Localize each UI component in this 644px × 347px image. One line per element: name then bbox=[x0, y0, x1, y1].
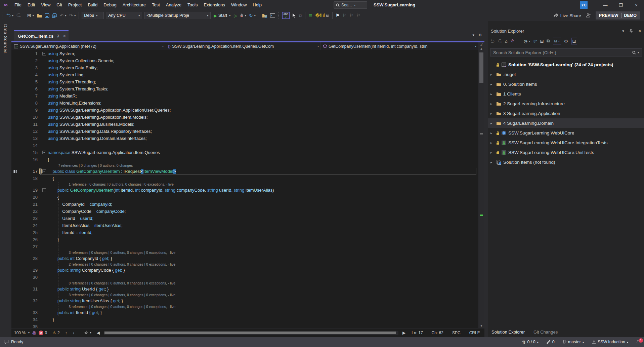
breakpoint-margin[interactable] bbox=[11, 297, 19, 304]
current-branch-button[interactable]: master ▴ bbox=[563, 340, 584, 344]
tree-item[interactable]: ▸iSolution Items (not found) bbox=[488, 157, 644, 167]
code-line[interactable]: 24 ItemUserAlias = itemUserAlias; bbox=[11, 222, 478, 229]
breakpoint-margin[interactable] bbox=[11, 316, 19, 323]
project-dropdown[interactable]: C# SSW.SugarLearning.Application (net472… bbox=[11, 42, 165, 50]
start-debugging-button[interactable]: ▶Start▾ bbox=[212, 13, 232, 18]
menu-view[interactable]: View bbox=[38, 0, 53, 10]
breakpoint-margin[interactable] bbox=[11, 71, 19, 78]
chevron-right-icon[interactable]: ▸ bbox=[490, 92, 495, 96]
tree-item[interactable]: ▸SSW.SugarLearning.WebUICore bbox=[488, 128, 644, 138]
breakpoint-margin[interactable] bbox=[11, 175, 19, 182]
menu-window[interactable]: Window bbox=[228, 0, 250, 10]
restart-button[interactable]: ↻▾ bbox=[248, 11, 257, 20]
codelens-indicator[interactable]: 3 references | 0 changes | 0 authors, 0 … bbox=[11, 293, 478, 297]
comment-button[interactable]: �ful≋ bbox=[314, 11, 331, 20]
minimize-button[interactable]: — bbox=[598, 0, 613, 10]
undo-button[interactable]: ↶▾ bbox=[58, 11, 68, 20]
breakpoint-margin[interactable] bbox=[11, 149, 19, 156]
breakpoint-margin[interactable] bbox=[11, 255, 19, 262]
code-line[interactable]: 32 public string ItemUserAlias { get; } bbox=[11, 297, 478, 304]
file-nesting-toggle[interactable]: ⧈▾ bbox=[553, 38, 561, 44]
chevron-right-icon[interactable]: ▸ bbox=[490, 141, 495, 145]
breakpoint-margin[interactable] bbox=[11, 208, 19, 215]
pin-icon[interactable]: ⊼ bbox=[57, 34, 59, 38]
forward-icon[interactable]: ⮎ bbox=[498, 39, 502, 44]
chevron-right-icon[interactable]: ▸ bbox=[490, 102, 495, 106]
horizontal-scrollbar[interactable] bbox=[104, 331, 398, 335]
breakpoint-margin[interactable] bbox=[11, 121, 19, 128]
breakpoint-margin[interactable] bbox=[11, 100, 19, 107]
tree-item[interactable]: ▸0. Solution Items bbox=[488, 79, 644, 89]
code-line[interactable]: 12using SSW.SugarLearning.Data.Repositor… bbox=[11, 128, 478, 135]
breakpoint-margin[interactable] bbox=[11, 187, 19, 194]
code-line[interactable]: 26 } bbox=[11, 236, 478, 243]
breakpoint-margin[interactable] bbox=[11, 92, 19, 100]
scroll-down-icon[interactable]: ▼ bbox=[478, 324, 484, 327]
menu-git[interactable]: Git bbox=[53, 0, 65, 10]
tree-item[interactable]: ▸2 SugarLearning.Infrastructure bbox=[488, 99, 644, 109]
line-indicator[interactable]: Ln: 17 bbox=[412, 331, 423, 335]
pending-edits-button[interactable]: 0 bbox=[547, 340, 555, 344]
hot-reload-button[interactable]: ▾ bbox=[239, 11, 248, 20]
code-line[interactable]: 13using SSW.SugarLearning.Domain.BaseInt… bbox=[11, 135, 478, 142]
switch-views-icon[interactable]: ⟐ bbox=[511, 38, 514, 44]
menu-build[interactable]: Build bbox=[85, 0, 100, 10]
breakpoint-margin[interactable] bbox=[11, 107, 19, 114]
search-box[interactable]: Sea... ▾ bbox=[334, 1, 367, 9]
chevron-right-icon[interactable]: ▸ bbox=[490, 121, 495, 125]
sync-commits-button[interactable]: ⇅ 0 / 0 ▴ bbox=[522, 340, 539, 345]
start-without-debugging-button[interactable]: ▷ bbox=[232, 11, 239, 20]
data-sources-side-tab[interactable]: Data Sources bbox=[3, 21, 8, 54]
breakpoint-margin[interactable] bbox=[11, 156, 19, 163]
solution-platform-dropdown[interactable]: Any CPU▾ bbox=[106, 12, 142, 19]
breakpoint-margin[interactable] bbox=[11, 285, 19, 293]
breakpoint-margin[interactable] bbox=[11, 201, 19, 208]
collapse-region-icon[interactable]: − bbox=[42, 52, 46, 55]
breakpoint-margin[interactable] bbox=[11, 309, 19, 316]
chevron-right-icon[interactable]: ▸ bbox=[490, 151, 495, 154]
type-dropdown[interactable]: {} SSW.SugarLearning.Application.Item.Qu… bbox=[165, 42, 320, 50]
previous-issue-button[interactable]: ↑ bbox=[62, 331, 70, 335]
collapse-region-icon[interactable]: − bbox=[42, 151, 46, 154]
chevron-right-icon[interactable]: ▸ bbox=[490, 82, 495, 86]
codelens-indicator[interactable]: 3 references | 0 changes | 0 authors, 0 … bbox=[11, 304, 478, 309]
breakpoint-margin[interactable] bbox=[11, 50, 19, 57]
code-line[interactable]: 25 ItemId = itemId; bbox=[11, 229, 478, 236]
menu-debug[interactable]: Debug bbox=[100, 0, 119, 10]
restore-button[interactable]: ❐ bbox=[613, 0, 629, 10]
tab-git-changes[interactable]: Git Changes bbox=[533, 330, 558, 335]
navigate-forward-button[interactable]: ⮎ bbox=[15, 11, 22, 20]
code-line[interactable]: 34 } bbox=[11, 316, 478, 323]
home-icon[interactable]: ⌂ bbox=[505, 39, 508, 44]
code-line[interactable]: 27 bbox=[11, 243, 478, 250]
codelens-indicator[interactable]: 1 reference | 0 changes | 0 authors, 0 c… bbox=[11, 182, 478, 187]
codelens-indicator[interactable]: 3 references | 0 changes | 0 authors, 0 … bbox=[11, 250, 478, 255]
code-line[interactable]: 17− public class GetCompanyUserItem : IR… bbox=[11, 168, 478, 175]
chevron-right-icon[interactable]: ▸ bbox=[490, 112, 495, 115]
find-in-files-button[interactable] bbox=[261, 11, 269, 20]
menu-project[interactable]: Project bbox=[65, 0, 85, 10]
open-file-button[interactable] bbox=[35, 11, 43, 20]
breakpoint-margin[interactable] bbox=[11, 57, 19, 64]
pointer-mode-button[interactable] bbox=[291, 11, 297, 20]
code-line[interactable]: 9using SSW.SugarLearning.Application.App… bbox=[11, 107, 478, 114]
tree-item[interactable]: ▸1 Clients bbox=[488, 89, 644, 99]
chevron-right-icon[interactable]: ▸ bbox=[490, 131, 495, 135]
chevron-right-icon[interactable]: ▸ bbox=[490, 73, 495, 76]
chevron-right-icon[interactable]: ▸ bbox=[490, 160, 495, 164]
code-line[interactable]: 5using System.Threading; bbox=[11, 78, 478, 85]
code-editor[interactable]: 1−using System;2using System.Collections… bbox=[11, 50, 478, 337]
space-mode-indicator[interactable]: SPC bbox=[452, 331, 461, 335]
zoom-dropdown[interactable]: 100 %▾ bbox=[11, 331, 32, 335]
preview-selected-items-toggle[interactable]: ⊡ bbox=[571, 38, 577, 44]
previous-bookmark-button[interactable]: ⚐ bbox=[341, 11, 348, 20]
feedback-icon[interactable] bbox=[4, 340, 8, 344]
breakpoint-margin[interactable] bbox=[11, 128, 19, 135]
save-button[interactable] bbox=[43, 11, 51, 20]
breakpoint-margin[interactable] bbox=[11, 168, 19, 175]
breakpoint-margin[interactable] bbox=[11, 135, 19, 142]
breakpoint-margin[interactable] bbox=[11, 142, 19, 149]
next-bookmark-button[interactable]: ⚐ bbox=[348, 11, 355, 20]
pending-changes-filter-icon[interactable]: ◷▾ bbox=[524, 39, 530, 44]
wrench-icon[interactable]: ⚙ bbox=[564, 39, 568, 44]
